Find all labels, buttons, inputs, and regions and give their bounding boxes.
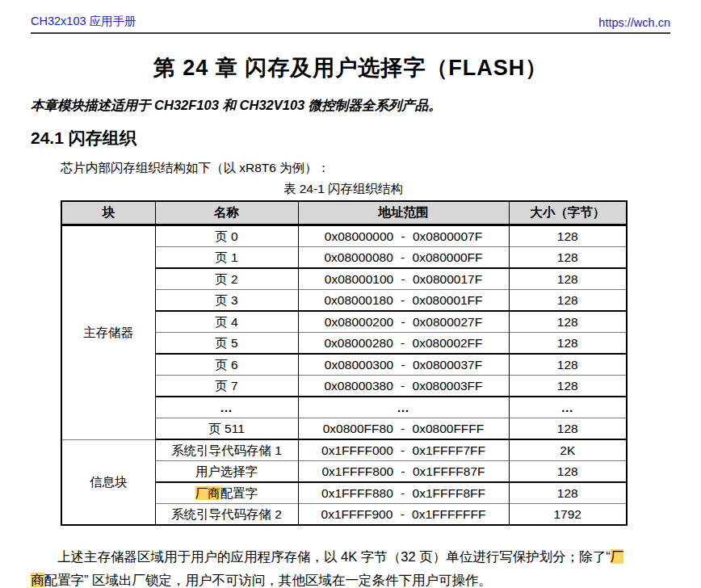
name-cell: 页 7 [155,376,298,397]
site-url-link[interactable]: https://wch.cn [598,16,670,29]
range-cell: 0x08000380 - 0x080003FF [298,376,509,397]
page-header: CH32x103 应用手册 https://wch.cn [31,0,670,34]
range-cell: 0x1FFFF000 - 0x1FFFF7FF [298,439,509,461]
paragraph-line-1: 上述主存储器区域用于用户的应用程序存储，以 4K 字节（32 页）单位进行写保护… [31,545,670,569]
range-cell: 0x08000100 - 0x0800017F [298,268,509,290]
flash-organization-table: 块 名称 地址范围 大小（字节） 主存储器 页 0 0x08000000 - 0… [61,200,628,526]
body-paragraph: 上述主存储器区域用于用户的应用程序存储，以 4K 字节（32 页）单位进行写保护… [31,545,670,588]
paragraph-line-2: 商配置字” 区域出厂锁定，用户不可访问，其他区域在一定条件下用户可操作。 [31,569,670,588]
range-cell: 0x1FFFF800 - 0x1FFFF87F [298,461,509,483]
range-cell: 0x08000000 - 0x0800007F [298,225,509,247]
range-cell: 0x08000180 - 0x080001FF [298,290,509,312]
section-heading: 24.1 闪存组织 [31,127,670,149]
manual-title: CH32x103 应用手册 [31,14,136,29]
column-header-name: 名称 [155,201,298,225]
size-cell: 128 [509,333,627,355]
range-cell: 0x1FFFF900 - 0x1FFFFFFF [298,504,509,526]
name-cell-rest: 配置字 [220,486,258,500]
size-cell: … [509,397,627,418]
range-cell: … [298,397,509,418]
size-cell: 128 [509,376,627,397]
name-cell: 页 5 [155,333,298,355]
name-cell: 系统引导代码存储 1 [155,439,298,461]
column-header-size: 大小（字节） [509,201,627,225]
table-row: 信息块 系统引导代码存储 1 0x1FFFF000 - 0x1FFFF7FF 2… [61,439,627,461]
table-caption: 表 24-1 闪存组织结构 [61,181,626,198]
highlight-text: 商 [31,573,44,587]
size-cell: 128 [509,290,627,312]
range-cell: 0x08000280 - 0x080002FF [298,333,509,355]
paragraph-text: 上述主存储器区域用于用户的应用程序存储，以 4K 字节（32 页）单位进行写保护… [57,549,611,564]
name-cell: 页 6 [155,354,298,376]
size-cell: 128 [509,354,627,376]
range-cell: 0x1FFFF880 - 0x1FFFF8FF [298,482,509,504]
table-header-row: 块 名称 地址范围 大小（字节） [61,201,627,225]
block-cell-main: 主存储器 [61,225,155,440]
name-cell: 系统引导代码存储 2 [155,504,298,526]
name-cell: 页 0 [155,225,298,247]
range-cell: 0x08000300 - 0x0800037F [298,354,509,376]
size-cell: 128 [509,225,627,247]
name-cell: 页 1 [155,247,298,269]
highlight-text: 厂 [611,549,624,564]
size-cell: 128 [509,418,627,440]
range-cell: 0x08000080 - 0x080000FF [298,247,509,269]
name-cell: 用户选择字 [155,461,298,483]
size-cell: 128 [509,268,627,290]
column-header-range: 地址范围 [298,201,509,225]
intro-note: 本章模块描述适用于 CH32F103 和 CH32V103 微控制器全系列产品。 [31,97,670,115]
size-cell: 128 [509,247,627,269]
name-cell: 页 511 [155,418,298,440]
block-cell-info: 信息块 [61,439,155,525]
size-cell: 1792 [509,504,627,526]
name-cell: … [155,397,298,418]
size-cell: 2K [509,439,627,461]
table-row: 主存储器 页 0 0x08000000 - 0x0800007F 128 [61,225,627,247]
chapter-title: 第 24 章 闪存及用户选择字（FLASH） [0,53,701,82]
column-header-block: 块 [61,201,155,225]
lead-text: 芯片内部闪存组织结构如下（以 xR8T6 为例）： [61,160,670,177]
paragraph-text: 配置字” 区域出厂锁定，用户不可访问，其他区域在一定条件下用户可操作。 [44,573,493,587]
range-cell: 0x0800FF80 - 0x0800FFFF [298,418,509,440]
highlight-text: 厂商 [195,486,220,500]
name-cell: 页 4 [155,311,298,333]
range-cell: 0x08000200 - 0x0800027F [298,311,509,333]
size-cell: 128 [509,482,627,504]
size-cell: 128 [509,461,627,483]
name-cell: 页 3 [155,290,298,312]
name-cell: 页 2 [155,268,298,290]
name-cell-vendor-config: 厂商配置字 [155,482,298,504]
size-cell: 128 [509,311,627,333]
